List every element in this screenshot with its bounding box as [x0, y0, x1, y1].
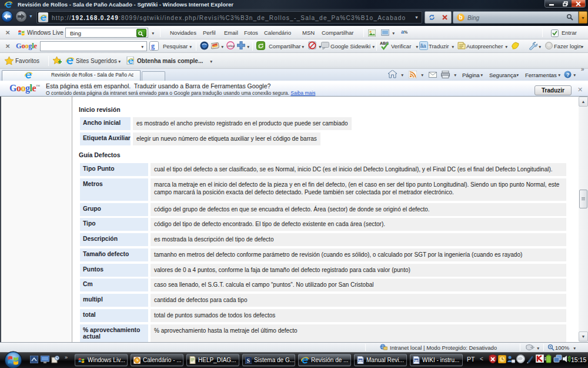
svg-text:W: W — [415, 359, 418, 363]
svg-text:orkut: orkut — [228, 44, 235, 48]
svg-text:?: ? — [566, 72, 570, 78]
svg-text:W: W — [359, 359, 362, 363]
svg-text:ãa: ãa — [420, 43, 426, 49]
svg-text:g: g — [151, 42, 155, 50]
svg-text:S: S — [247, 357, 250, 364]
